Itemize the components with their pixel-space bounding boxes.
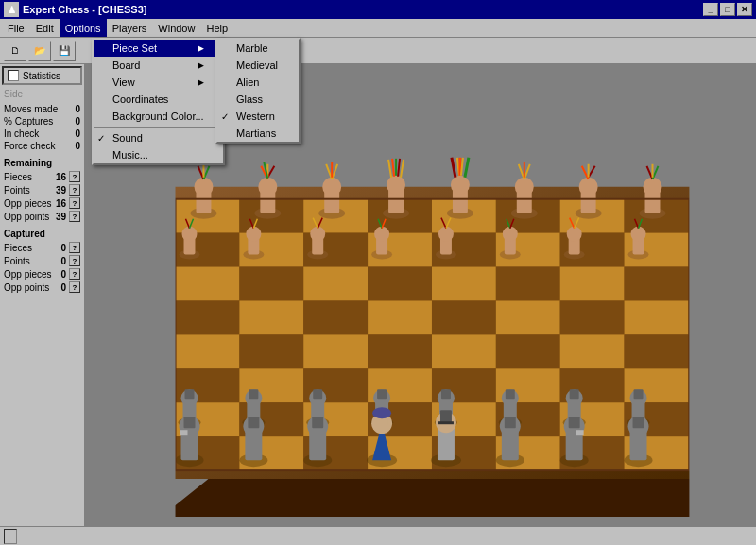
maximize-button[interactable]: □ (720, 3, 735, 16)
moves-made-label: Moves made (4, 104, 58, 114)
opp-pieces-help[interactable]: ? (69, 197, 80, 209)
svg-line-102 (465, 158, 469, 178)
captured-pieces-mid: 0 ? (60, 242, 80, 253)
medieval-item[interactable]: Medieval (217, 57, 299, 74)
cap-opp-pieces-mid: 0 ? (60, 268, 80, 280)
remaining-pieces-row: Pieces 16 ? (2, 170, 82, 183)
svg-point-143 (438, 227, 454, 242)
svg-marker-0 (162, 479, 747, 517)
music-menu-item[interactable]: Music... (94, 146, 223, 163)
close-button[interactable]: ✕ (737, 3, 752, 16)
svg-rect-184 (506, 389, 515, 399)
cap-opp-points-mid: 0 ? (60, 281, 80, 293)
svg-rect-223 (569, 417, 580, 428)
glass-item[interactable]: Glass (217, 91, 299, 108)
opp-points-label: Opp points (4, 212, 49, 222)
remaining-points-help[interactable]: ? (69, 184, 80, 196)
svg-point-148 (503, 227, 518, 242)
svg-rect-37 (239, 334, 303, 368)
martians-item[interactable]: Martians (217, 125, 299, 142)
svg-line-78 (267, 166, 274, 178)
title-bar: ♟ Expert Chess - [CHESS3] _ □ ✕ (0, 0, 756, 19)
menu-players[interactable]: Players (107, 19, 153, 37)
svg-rect-22 (303, 267, 368, 301)
remaining-points-mid: 39 ? (56, 184, 80, 196)
menu-window[interactable]: Window (152, 19, 200, 37)
remaining-pieces-value: 16 (56, 172, 66, 182)
western-label: Western (236, 111, 275, 122)
stats-header: Statistics (2, 66, 82, 85)
alien-label: Alien (236, 77, 259, 88)
svg-rect-40 (432, 334, 496, 368)
svg-rect-196 (184, 417, 196, 428)
board-menu-item[interactable]: Board ▶ (94, 57, 223, 74)
piece-set-submenu: Marble Medieval Alien Glass ✓ Western Ma… (215, 38, 301, 144)
svg-line-112 (582, 166, 589, 179)
svg-rect-39 (368, 334, 432, 368)
svg-point-158 (631, 227, 646, 242)
minimize-button[interactable]: _ (703, 3, 718, 16)
svg-rect-43 (625, 334, 689, 368)
sound-checkmark: ✓ (97, 133, 105, 144)
svg-point-138 (374, 227, 389, 242)
svg-rect-214 (440, 410, 452, 423)
piece-set-menu-item[interactable]: Piece Set ▶ (94, 40, 223, 57)
cap-opp-pieces-help[interactable]: ? (69, 268, 80, 280)
opp-points-help[interactable]: ? (69, 211, 80, 222)
captures-value: 0 (75, 116, 80, 127)
coordinates-menu-item[interactable]: Coordinates (94, 91, 223, 108)
stats-label: Statistics (23, 71, 60, 81)
cap-opp-points-help[interactable]: ? (69, 281, 80, 293)
martians-label: Martians (236, 128, 276, 139)
western-item[interactable]: ✓ Western (217, 108, 299, 125)
svg-rect-231 (689, 64, 755, 526)
view-label: View (112, 77, 135, 88)
svg-point-111 (579, 178, 598, 196)
remaining-header: Remaining (2, 158, 82, 168)
menu-help[interactable]: Help (200, 19, 233, 37)
svg-rect-192 (634, 389, 644, 399)
captured-header: Captured (2, 229, 82, 239)
view-menu-item[interactable]: View ▶ (94, 74, 223, 91)
opp-pieces-value: 16 (56, 198, 66, 209)
side-label: Side (2, 89, 82, 99)
bg-color-menu-item[interactable]: Background Color... (94, 108, 223, 125)
captures-label: % Captures (4, 116, 53, 127)
save-button[interactable]: 💾 (53, 41, 76, 61)
captured-pieces-help[interactable]: ? (69, 242, 80, 253)
stats-checkbox[interactable] (8, 70, 19, 81)
glass-label: Glass (236, 94, 263, 105)
menu-options[interactable]: Options (60, 19, 107, 37)
opp-pieces-label: Opp pieces (4, 198, 52, 209)
captured-points-help[interactable]: ? (69, 255, 80, 266)
captured-points-mid: 0 ? (60, 255, 80, 266)
captured-pieces-value: 0 (60, 243, 66, 253)
board-arrow: ▶ (198, 60, 204, 70)
svg-line-94 (401, 160, 404, 178)
marble-item[interactable]: Marble (217, 40, 299, 57)
svg-line-90 (388, 160, 391, 178)
remaining-pieces-mid: 16 ? (56, 171, 80, 182)
sound-menu-item[interactable]: ✓ Sound (94, 129, 223, 146)
svg-rect-33 (496, 300, 560, 334)
svg-rect-219 (505, 417, 516, 428)
menu-file[interactable]: File (2, 19, 30, 37)
svg-point-76 (258, 178, 277, 196)
svg-point-89 (387, 176, 405, 195)
new-button[interactable]: 🗋 (4, 41, 26, 61)
svg-point-105 (515, 178, 534, 196)
in-check-row: In check 0 (2, 128, 82, 140)
remaining-pieces-help[interactable]: ? (69, 171, 80, 182)
alien-item[interactable]: Alien (217, 74, 299, 91)
svg-rect-21 (239, 267, 303, 301)
menu-bar: File Edit Options Players Window Help (0, 19, 756, 38)
svg-point-128 (246, 227, 261, 242)
opp-points-value: 39 (56, 212, 66, 222)
music-label: Music... (112, 149, 148, 161)
menu-edit[interactable]: Edit (30, 19, 60, 37)
sidebar: Statistics Side Moves made 0 % Captures … (0, 64, 85, 526)
svg-point-97 (451, 176, 470, 195)
opp-pieces-mid: 16 ? (56, 197, 80, 209)
open-button[interactable]: 📂 (28, 41, 51, 61)
moves-made-value: 0 (75, 104, 80, 114)
